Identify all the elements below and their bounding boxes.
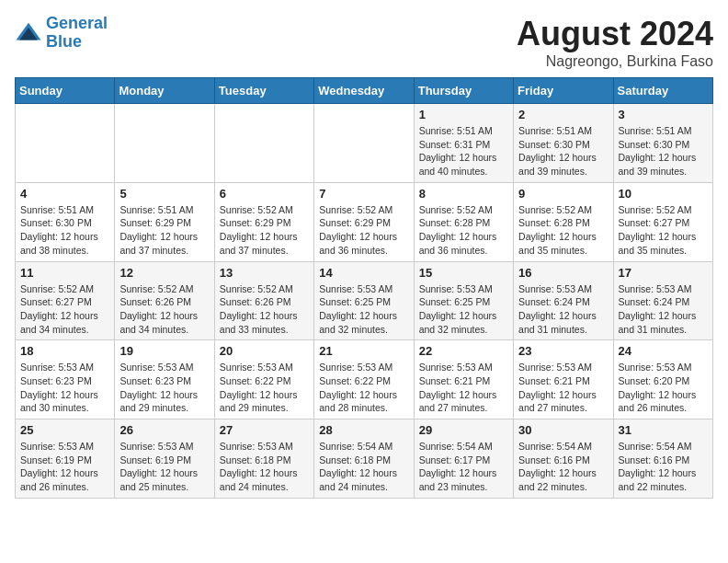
page-title: August 2024 [517,15,713,53]
logo-line1: General [46,14,108,32]
day-cell: 16Sunrise: 5:53 AM Sunset: 6:24 PM Dayli… [514,261,613,340]
day-info: Sunrise: 5:53 AM Sunset: 6:22 PM Dayligh… [319,361,408,415]
header-cell-thursday: Thursday [414,78,513,104]
day-number: 6 [220,187,309,201]
title-block: August 2024 Nagreongo, Burkina Faso [517,15,713,70]
day-info: Sunrise: 5:51 AM Sunset: 6:31 PM Dayligh… [419,124,508,178]
day-info: Sunrise: 5:53 AM Sunset: 6:24 PM Dayligh… [619,282,708,337]
day-cell: 8Sunrise: 5:52 AM Sunset: 6:28 PM Daylig… [414,182,513,261]
day-number: 8 [419,187,508,201]
header-cell-friday: Friday [514,78,613,104]
calendar-header: SundayMondayTuesdayWednesdayThursdayFrid… [16,78,713,104]
day-number: 12 [119,266,209,280]
day-info: Sunrise: 5:53 AM Sunset: 6:20 PM Dayligh… [619,361,708,415]
day-info: Sunrise: 5:53 AM Sunset: 6:23 PM Dayligh… [20,361,109,415]
day-cell: 4Sunrise: 5:51 AM Sunset: 6:30 PM Daylig… [16,182,115,261]
header-cell-saturday: Saturday [613,78,712,104]
day-cell: 18Sunrise: 5:53 AM Sunset: 6:23 PM Dayli… [16,340,115,419]
page-header: General Blue August 2024 Nagreongo, Burk… [15,15,713,70]
calendar-body: 1Sunrise: 5:51 AM Sunset: 6:31 PM Daylig… [16,104,713,499]
day-cell: 21Sunrise: 5:53 AM Sunset: 6:22 PM Dayli… [314,340,414,419]
day-number: 16 [518,266,608,280]
day-number: 2 [518,108,608,121]
day-info: Sunrise: 5:52 AM Sunset: 6:26 PM Dayligh… [220,282,309,337]
day-info: Sunrise: 5:53 AM Sunset: 6:21 PM Dayligh… [518,361,608,415]
day-number: 23 [518,344,608,358]
day-info: Sunrise: 5:54 AM Sunset: 6:17 PM Dayligh… [419,440,508,494]
day-number: 4 [20,187,109,201]
header-cell-wednesday: Wednesday [314,78,414,104]
day-info: Sunrise: 5:52 AM Sunset: 6:27 PM Dayligh… [619,203,708,258]
day-info: Sunrise: 5:52 AM Sunset: 6:26 PM Dayligh… [119,282,209,337]
day-cell: 22Sunrise: 5:53 AM Sunset: 6:21 PM Dayli… [414,340,513,419]
day-number: 7 [319,187,408,201]
day-number: 13 [220,266,309,280]
day-number: 21 [319,344,408,358]
day-number: 15 [419,266,508,280]
day-info: Sunrise: 5:53 AM Sunset: 6:25 PM Dayligh… [419,282,508,337]
day-info: Sunrise: 5:53 AM Sunset: 6:19 PM Dayligh… [20,440,109,494]
day-cell: 10Sunrise: 5:52 AM Sunset: 6:27 PM Dayli… [613,182,712,261]
day-number: 1 [419,108,508,121]
day-info: Sunrise: 5:52 AM Sunset: 6:29 PM Dayligh… [220,203,309,258]
day-number: 30 [518,423,608,437]
day-number: 14 [319,266,408,280]
day-number: 22 [419,344,508,358]
day-cell [214,104,313,183]
day-number: 11 [20,266,109,280]
day-cell: 27Sunrise: 5:53 AM Sunset: 6:18 PM Dayli… [214,419,313,499]
day-cell: 30Sunrise: 5:54 AM Sunset: 6:16 PM Dayli… [514,419,613,499]
day-cell: 28Sunrise: 5:54 AM Sunset: 6:18 PM Dayli… [314,419,414,499]
day-cell: 5Sunrise: 5:51 AM Sunset: 6:29 PM Daylig… [115,182,214,261]
day-number: 28 [319,423,408,437]
logo: General Blue [15,15,108,52]
day-number: 9 [518,187,608,201]
day-number: 25 [20,423,109,437]
day-info: Sunrise: 5:52 AM Sunset: 6:28 PM Dayligh… [419,203,508,258]
day-cell: 12Sunrise: 5:52 AM Sunset: 6:26 PM Dayli… [115,261,214,340]
page-subtitle: Nagreongo, Burkina Faso [517,53,713,70]
day-info: Sunrise: 5:52 AM Sunset: 6:27 PM Dayligh… [20,282,109,337]
day-number: 10 [619,187,708,201]
day-info: Sunrise: 5:51 AM Sunset: 6:30 PM Dayligh… [20,203,109,258]
day-cell: 3Sunrise: 5:51 AM Sunset: 6:30 PM Daylig… [613,104,712,183]
week-row-3: 11Sunrise: 5:52 AM Sunset: 6:27 PM Dayli… [16,261,713,340]
day-cell: 1Sunrise: 5:51 AM Sunset: 6:31 PM Daylig… [414,104,513,183]
day-cell: 23Sunrise: 5:53 AM Sunset: 6:21 PM Dayli… [514,340,613,419]
day-info: Sunrise: 5:52 AM Sunset: 6:28 PM Dayligh… [518,203,608,258]
day-cell: 11Sunrise: 5:52 AM Sunset: 6:27 PM Dayli… [16,261,115,340]
day-cell: 26Sunrise: 5:53 AM Sunset: 6:19 PM Dayli… [115,419,214,499]
header-row: SundayMondayTuesdayWednesdayThursdayFrid… [16,78,713,104]
day-number: 17 [619,266,708,280]
day-number: 29 [419,423,508,437]
day-info: Sunrise: 5:52 AM Sunset: 6:29 PM Dayligh… [319,203,408,258]
day-info: Sunrise: 5:53 AM Sunset: 6:21 PM Dayligh… [419,361,508,415]
day-cell: 7Sunrise: 5:52 AM Sunset: 6:29 PM Daylig… [314,182,414,261]
day-info: Sunrise: 5:53 AM Sunset: 6:24 PM Dayligh… [518,282,608,337]
day-info: Sunrise: 5:51 AM Sunset: 6:30 PM Dayligh… [619,124,708,178]
day-cell [16,104,115,183]
week-row-5: 25Sunrise: 5:53 AM Sunset: 6:19 PM Dayli… [16,419,713,499]
day-number: 20 [220,344,309,358]
day-cell: 13Sunrise: 5:52 AM Sunset: 6:26 PM Dayli… [214,261,313,340]
day-info: Sunrise: 5:53 AM Sunset: 6:22 PM Dayligh… [220,361,309,415]
day-number: 24 [619,344,708,358]
day-cell: 6Sunrise: 5:52 AM Sunset: 6:29 PM Daylig… [214,182,313,261]
day-cell: 14Sunrise: 5:53 AM Sunset: 6:25 PM Dayli… [314,261,414,340]
day-number: 19 [119,344,209,358]
day-cell: 17Sunrise: 5:53 AM Sunset: 6:24 PM Dayli… [613,261,712,340]
header-cell-sunday: Sunday [16,78,115,104]
day-number: 31 [619,423,708,437]
logo-text: General Blue [46,15,108,52]
day-cell: 31Sunrise: 5:54 AM Sunset: 6:16 PM Dayli… [613,419,712,499]
day-info: Sunrise: 5:54 AM Sunset: 6:16 PM Dayligh… [619,440,708,494]
day-cell: 20Sunrise: 5:53 AM Sunset: 6:22 PM Dayli… [214,340,313,419]
day-info: Sunrise: 5:51 AM Sunset: 6:30 PM Dayligh… [518,124,608,178]
day-cell [115,104,214,183]
day-cell: 25Sunrise: 5:53 AM Sunset: 6:19 PM Dayli… [16,419,115,499]
day-cell [314,104,414,183]
day-info: Sunrise: 5:53 AM Sunset: 6:18 PM Dayligh… [220,440,309,494]
week-row-4: 18Sunrise: 5:53 AM Sunset: 6:23 PM Dayli… [16,340,713,419]
day-info: Sunrise: 5:53 AM Sunset: 6:25 PM Dayligh… [319,282,408,337]
day-info: Sunrise: 5:53 AM Sunset: 6:23 PM Dayligh… [119,361,209,415]
